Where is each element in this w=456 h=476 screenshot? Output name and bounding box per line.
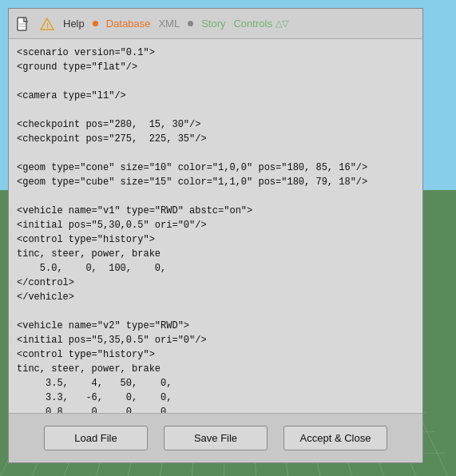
nav-xml[interactable]: XML (158, 18, 180, 30)
button-bar: Load File Save File Accept & Close (9, 413, 422, 462)
nav-controls[interactable]: Controls △▽ (233, 18, 287, 30)
editor-area (9, 39, 422, 413)
controls-triangle-icon: △▽ (276, 18, 288, 29)
nav-bar: ! Help Database XML Story Controls △▽ (9, 9, 422, 39)
file-icon[interactable] (15, 16, 31, 32)
nav-story[interactable]: Story (201, 18, 225, 30)
nav-help[interactable]: Help (63, 18, 85, 30)
database-dot (93, 21, 98, 26)
accept-close-button[interactable]: Accept & Close (284, 426, 387, 450)
save-file-button[interactable]: Save File (164, 426, 268, 450)
xml-dot (188, 21, 193, 26)
dialog-window: ! Help Database XML Story Controls △▽ Lo… (8, 8, 423, 463)
xml-editor[interactable] (9, 39, 422, 413)
load-file-button[interactable]: Load File (44, 426, 148, 450)
nav-database[interactable]: Database (106, 18, 151, 30)
svg-text:!: ! (46, 22, 49, 30)
warning-icon: ! (39, 16, 55, 32)
